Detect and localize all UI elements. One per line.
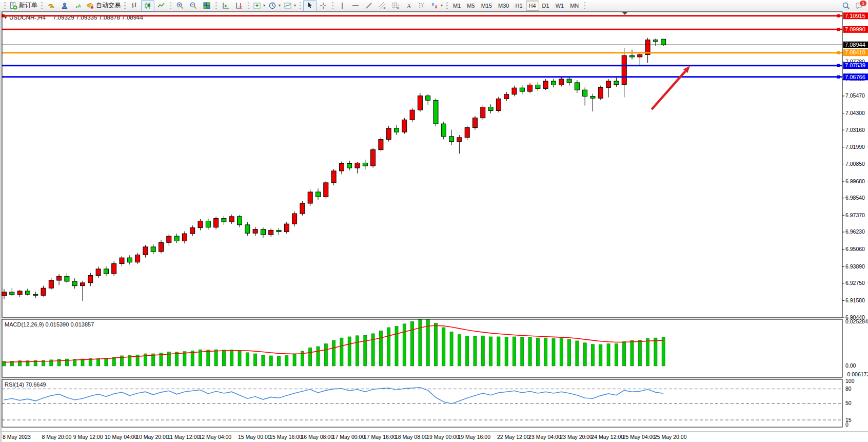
macd-pane[interactable]	[2, 319, 842, 377]
line-handle[interactable]	[837, 64, 840, 67]
chevron-down-icon[interactable]: ▾	[279, 3, 281, 8]
candle-body	[606, 81, 611, 87]
svg-text:A: A	[407, 2, 411, 9]
timeframe-h1[interactable]: H1	[512, 1, 525, 11]
toolbar-grip	[124, 2, 126, 9]
auto-trading-button[interactable]: 自动交易	[85, 0, 122, 11]
pane-separator[interactable]	[2, 377, 842, 379]
price-pane[interactable]	[2, 12, 842, 317]
macd-bar	[607, 344, 610, 366]
chevron-down-icon[interactable]: ▾	[263, 3, 265, 8]
line-handle[interactable]	[837, 51, 840, 54]
timeframe-m5[interactable]: M5	[464, 1, 478, 11]
fibonacci-button[interactable]: F	[389, 0, 402, 11]
macd-bar	[544, 338, 547, 366]
candle-body	[245, 225, 250, 233]
indicators-button[interactable]: ▾	[251, 0, 267, 11]
new-order-button-label: 新订单	[19, 1, 37, 10]
tile-windows-button[interactable]	[200, 0, 213, 11]
new-order-button[interactable]: 新订单	[8, 0, 39, 11]
line-chart-icon	[157, 2, 165, 10]
text-button[interactable]: A	[402, 0, 416, 11]
line-chart-button[interactable]	[154, 0, 168, 11]
candle-body	[316, 192, 321, 197]
chevron-down-icon[interactable]: ▾	[441, 3, 443, 8]
macd-bar	[481, 336, 484, 366]
periods-button[interactable]: ▾	[267, 0, 282, 11]
signal-button[interactable]	[71, 0, 85, 11]
candle-body	[347, 164, 352, 168]
templates-button[interactable]: ▾	[282, 0, 298, 11]
timeframe-h4[interactable]: H4	[526, 1, 539, 11]
timeframe-m1[interactable]: M1	[450, 1, 464, 11]
price-badge-label: 7.06766	[845, 74, 865, 80]
line-handle[interactable]	[837, 75, 840, 79]
time-axis[interactable]: 8 May 20238 May 20:009 May 12:0010 May 0…	[3, 434, 687, 440]
price-axis-label: 6.97370	[845, 212, 865, 218]
time-axis-label: 24 May 12:00	[591, 434, 624, 440]
candle-body	[559, 79, 564, 85]
zoom-in-button[interactable]	[173, 0, 187, 11]
macd-bar	[513, 337, 516, 366]
profile-button[interactable]	[58, 0, 71, 11]
candle-body	[167, 236, 171, 242]
macd-axis-label: 0.00	[845, 362, 856, 369]
channel-button[interactable]: E	[376, 0, 389, 11]
macd-bar	[497, 337, 500, 366]
time-axis-label: 25 May 04:00	[623, 434, 656, 440]
macd-bar	[97, 358, 100, 366]
trendline-button[interactable]	[362, 0, 376, 11]
candle-body	[457, 138, 462, 142]
pane-separator[interactable]	[2, 317, 842, 319]
shapes-button[interactable]: ▾	[429, 0, 444, 11]
candle-body	[528, 85, 532, 91]
timeframe-m15[interactable]: M15	[478, 1, 495, 11]
candle-body	[402, 120, 407, 132]
toolbar-grip	[215, 2, 217, 9]
macd-bar	[591, 344, 595, 366]
trendline-icon	[365, 2, 373, 10]
chart-area[interactable]: ▼ USDCNH-,H4 7.09329 7.09335 7.08878 7.0…	[0, 0, 868, 442]
vertical-line-button[interactable]	[336, 0, 349, 11]
toolbar-grip	[4, 2, 6, 9]
candle-body	[300, 203, 305, 214]
timeframe-mn[interactable]: MN	[567, 1, 582, 11]
price-axis-label: 6.91580	[845, 297, 865, 303]
price-axis-label: 6.95060	[845, 246, 865, 252]
window-left-border	[0, 11, 2, 442]
cursor-button[interactable]	[303, 0, 317, 11]
notifications-button[interactable]: 1	[853, 0, 866, 11]
text-label-button[interactable]: T	[416, 0, 429, 11]
macd-bar	[442, 328, 445, 366]
line-handle[interactable]	[837, 28, 840, 31]
candle-body	[418, 96, 422, 110]
search-button[interactable]	[839, 0, 853, 11]
timeframe-m30[interactable]: M30	[495, 1, 512, 11]
time-axis-label: 12 May 04:00	[199, 434, 232, 440]
time-axis-label: 11 May 12:00	[167, 434, 200, 440]
bar-chart-button[interactable]	[128, 0, 141, 11]
crosshair-button[interactable]	[317, 0, 330, 11]
macd-bar	[324, 344, 327, 366]
candle-body	[229, 217, 234, 222]
ingots-button[interactable]	[45, 0, 58, 11]
macd-bar	[466, 336, 469, 366]
timeframe-w1[interactable]: W1	[553, 1, 567, 11]
candle-body	[363, 163, 367, 166]
candle-body	[65, 276, 69, 281]
macd-bar	[576, 341, 579, 366]
macd-axis-label: 0.025284	[845, 318, 868, 324]
candlestick-chart-button[interactable]	[141, 0, 154, 11]
timeframe-d1[interactable]: D1	[539, 1, 553, 11]
horizontal-line-button[interactable]	[349, 0, 362, 11]
line-handle[interactable]	[837, 14, 840, 17]
profile-icon	[61, 2, 69, 10]
time-axis-label: 17 May 00:00	[332, 434, 365, 440]
chart-shift-button[interactable]	[232, 0, 246, 11]
zoom-out-button[interactable]	[187, 0, 200, 11]
auto-scroll-button[interactable]	[219, 0, 232, 11]
macd-bar	[191, 351, 194, 366]
time-axis-label: 15 May 00:00	[238, 434, 271, 440]
toolbar-grip	[332, 2, 333, 9]
chevron-down-icon[interactable]: ▾	[294, 3, 296, 8]
